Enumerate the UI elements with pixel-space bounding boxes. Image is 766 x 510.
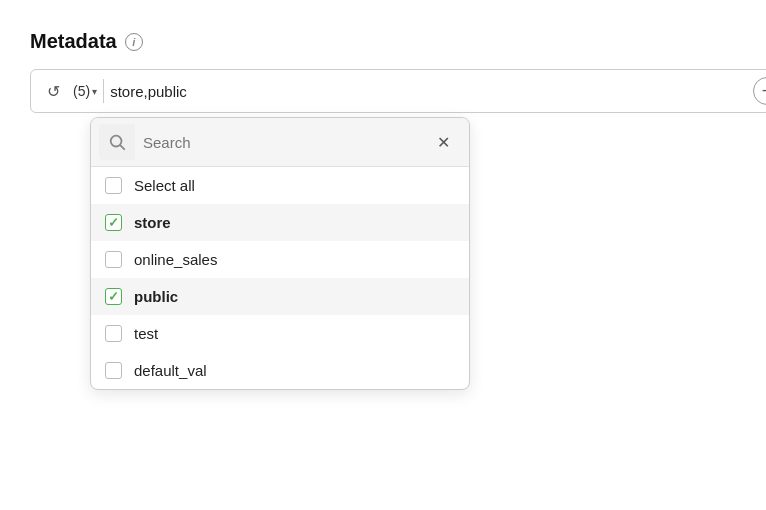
list-item[interactable]: ✓public (91, 278, 469, 315)
option-label: test (134, 325, 158, 342)
checkmark-icon: ✓ (108, 290, 119, 303)
page-title: Metadata (30, 30, 117, 53)
refresh-icon: ↺ (47, 82, 60, 101)
checkbox[interactable] (105, 362, 122, 379)
options-list: Select all✓storeonline_sales✓publictestd… (91, 167, 469, 389)
search-icon (99, 124, 135, 160)
count-label: (5) (73, 83, 90, 99)
checkbox[interactable]: ✓ (105, 288, 122, 305)
checkmark-icon: ✓ (108, 216, 119, 229)
checkbox[interactable] (105, 177, 122, 194)
list-item[interactable]: ✓store (91, 204, 469, 241)
dropdown-panel: ✕ Select all✓storeonline_sales✓publictes… (90, 117, 470, 390)
checkbox[interactable] (105, 325, 122, 342)
metadata-container: Metadata i ↺ (5) ▾ + (30, 30, 766, 390)
refresh-button[interactable]: ↺ (39, 77, 67, 105)
chevron-down-icon: ▾ (92, 86, 97, 97)
search-input[interactable] (135, 134, 425, 151)
checkbox[interactable]: ✓ (105, 214, 122, 231)
clear-icon: ✕ (437, 133, 450, 152)
tag-input-row: ↺ (5) ▾ + (30, 69, 766, 113)
option-label: store (134, 214, 171, 231)
add-button[interactable]: + (753, 77, 766, 105)
checkbox[interactable] (105, 251, 122, 268)
svg-line-1 (120, 145, 124, 149)
clear-search-button[interactable]: ✕ (425, 124, 461, 160)
option-label: Select all (134, 177, 195, 194)
list-item[interactable]: online_sales (91, 241, 469, 278)
list-item[interactable]: Select all (91, 167, 469, 204)
option-label: public (134, 288, 178, 305)
option-label: online_sales (134, 251, 217, 268)
search-row: ✕ (91, 118, 469, 167)
list-item[interactable]: test (91, 315, 469, 352)
vertical-divider (103, 79, 104, 103)
info-icon[interactable]: i (125, 33, 143, 51)
header: Metadata i (30, 30, 766, 53)
add-icon: + (762, 81, 766, 102)
option-label: default_val (134, 362, 207, 379)
list-item[interactable]: default_val (91, 352, 469, 389)
count-badge-button[interactable]: (5) ▾ (73, 83, 97, 99)
tag-input[interactable] (110, 83, 747, 100)
